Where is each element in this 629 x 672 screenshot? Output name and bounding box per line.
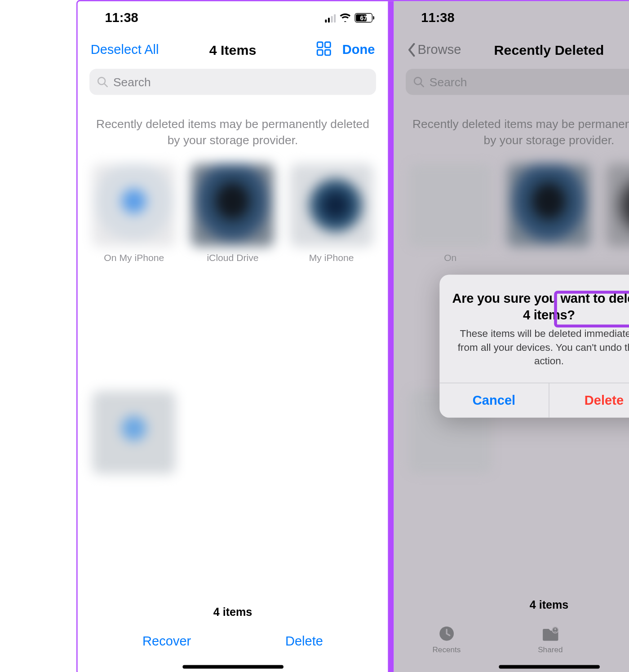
svg-rect-0 (317, 42, 323, 48)
file-grid: On My iPhone iCloud Drive My iPhone (78, 159, 388, 602)
alert-message: These items will be deleted immediately … (451, 327, 629, 368)
delete-button[interactable]: Delete (285, 634, 323, 649)
search-field[interactable]: Search (89, 69, 376, 95)
nav-title: 4 Items (168, 42, 297, 58)
alert-title: Are you sure you want to delete 4 items? (451, 290, 629, 323)
cellular-signal-icon (325, 13, 336, 22)
file-tile[interactable]: iCloud Drive (183, 159, 282, 386)
alert-backdrop: Are you sure you want to delete 4 items?… (394, 1, 629, 672)
status-bar: 11:38 67 (78, 1, 388, 35)
screen-selection-mode: 11:38 67 Deselect All 4 Items Done Searc… (78, 1, 388, 672)
nav-bar: Deselect All 4 Items Done (78, 35, 388, 66)
recover-button[interactable]: Recover (142, 634, 191, 649)
items-count: 4 items (78, 602, 388, 621)
deselect-all-button[interactable]: Deselect All (91, 42, 159, 57)
home-indicator (182, 665, 283, 669)
panel-divider (388, 1, 394, 672)
search-placeholder: Search (113, 75, 151, 88)
confirm-delete-alert: Are you sure you want to delete 4 items?… (439, 275, 629, 418)
file-tile[interactable] (84, 386, 183, 602)
file-tile[interactable]: My iPhone (282, 159, 381, 386)
svg-rect-2 (317, 50, 323, 55)
svg-line-5 (105, 84, 107, 87)
svg-rect-3 (325, 50, 330, 55)
view-grid-icon[interactable] (316, 41, 332, 59)
bottom-toolbar: Recover Delete (78, 621, 388, 662)
info-notice: Recently deleted items may be permanentl… (78, 103, 388, 159)
status-time: 11:38 (105, 10, 138, 25)
wifi-icon (339, 10, 351, 25)
svg-point-4 (98, 77, 105, 84)
done-button[interactable]: Done (342, 42, 375, 57)
battery-icon: 67 (354, 13, 372, 22)
file-tile[interactable]: On My iPhone (84, 159, 183, 386)
screen-confirm-delete: 11:38 67 Browse Recently Deleted Search (394, 1, 629, 672)
svg-rect-1 (325, 42, 330, 48)
alert-delete-button[interactable]: Delete (549, 383, 629, 418)
alert-cancel-button[interactable]: Cancel (439, 383, 549, 418)
